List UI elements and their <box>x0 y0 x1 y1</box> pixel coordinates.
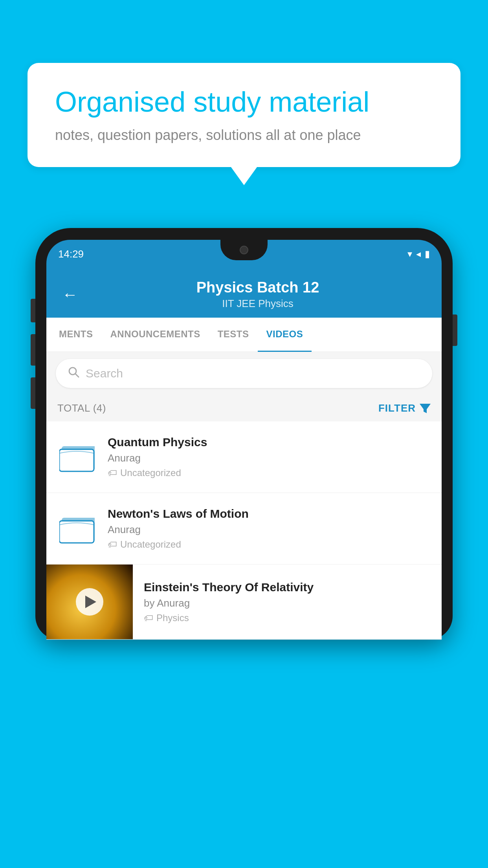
status-time: 14:29 <box>58 248 84 260</box>
search-bar[interactable]: Search <box>56 359 432 388</box>
speech-bubble-heading: Organised study material <box>55 86 433 118</box>
total-count: TOTAL (4) <box>57 402 106 414</box>
play-icon <box>85 596 96 608</box>
list-item[interactable]: Newton's Laws of Motion Anurag 🏷 Uncateg… <box>46 493 442 565</box>
tabs-bar: MENTS ANNOUNCEMENTS TESTS VIDEOS <box>46 318 442 352</box>
video-title: Newton's Laws of Motion <box>108 507 431 520</box>
status-bar: 14:29 ▾ ◂ ▮ <box>46 240 442 268</box>
video-tag: 🏷 Uncategorized <box>108 539 431 550</box>
video-author: Anurag <box>108 524 431 536</box>
video-thumbnail <box>46 565 133 639</box>
folder-icon-container <box>57 509 97 548</box>
batch-title: Physics Batch 12 <box>90 279 426 296</box>
search-container: Search <box>46 352 442 395</box>
batch-subtitle: IIT JEE Physics <box>90 298 426 310</box>
power-button <box>453 314 457 346</box>
folder-icon <box>59 441 95 473</box>
search-icon <box>68 366 79 381</box>
back-button[interactable]: ← <box>62 286 78 303</box>
signal-icon: ◂ <box>416 248 421 259</box>
header-title-block: Physics Batch 12 IIT JEE Physics <box>90 279 426 310</box>
video-title: Quantum Physics <box>108 436 431 449</box>
folder-icon-container <box>57 438 97 477</box>
video-tag: 🏷 Uncategorized <box>108 467 431 478</box>
wifi-icon: ▾ <box>407 248 412 259</box>
video-tag: 🏷 Physics <box>144 612 431 623</box>
list-item[interactable]: Einstein's Theory Of Relativity by Anura… <box>46 565 442 640</box>
video-title: Einstein's Theory Of Relativity <box>144 581 431 594</box>
speech-bubble-container: Organised study material notes, question… <box>28 63 460 167</box>
phone-mockup: 14:29 ▾ ◂ ▮ ← Physics Batch 12 IIT JEE P… <box>35 228 453 868</box>
tag-icon: 🏷 <box>108 539 117 550</box>
tab-videos[interactable]: VIDEOS <box>258 318 312 352</box>
tag-label: Physics <box>156 612 189 623</box>
phone-outer: 14:29 ▾ ◂ ▮ ← Physics Batch 12 IIT JEE P… <box>35 228 453 640</box>
tab-announcements[interactable]: ANNOUNCEMENTS <box>102 318 209 352</box>
video-author: Anurag <box>108 452 431 464</box>
search-placeholder: Search <box>86 367 123 380</box>
play-button[interactable] <box>76 588 103 616</box>
folder-icon <box>59 513 95 544</box>
volume-up-button <box>31 334 35 366</box>
video-info: Quantum Physics Anurag 🏷 Uncategorized <box>108 436 431 478</box>
phone-screen: ← Physics Batch 12 IIT JEE Physics MENTS… <box>46 268 442 640</box>
list-item[interactable]: Quantum Physics Anurag 🏷 Uncategorized <box>46 421 442 493</box>
video-info: Einstein's Theory Of Relativity by Anura… <box>144 570 431 634</box>
tab-tests[interactable]: TESTS <box>209 318 258 352</box>
notch <box>220 240 268 260</box>
speech-bubble-subtext: notes, question papers, solutions all at… <box>55 127 433 143</box>
tag-label: Uncategorized <box>120 467 181 478</box>
tag-icon: 🏷 <box>144 612 153 623</box>
svg-marker-2 <box>420 404 431 413</box>
filter-funnel-icon <box>420 404 431 413</box>
video-list: Quantum Physics Anurag 🏷 Uncategorized <box>46 421 442 640</box>
battery-icon: ▮ <box>425 248 430 259</box>
volume-silent-button <box>31 299 35 322</box>
camera <box>240 246 248 254</box>
volume-down-button <box>31 377 35 409</box>
filter-button[interactable]: FILTER <box>378 402 431 414</box>
app-header: ← Physics Batch 12 IIT JEE Physics <box>46 268 442 318</box>
tab-ments[interactable]: MENTS <box>50 318 102 352</box>
video-author: by Anurag <box>144 597 431 609</box>
svg-line-1 <box>75 374 79 377</box>
filter-bar: TOTAL (4) FILTER <box>46 395 442 421</box>
tag-icon: 🏷 <box>108 467 117 478</box>
speech-bubble: Organised study material notes, question… <box>28 63 460 167</box>
filter-label: FILTER <box>378 402 416 414</box>
video-info: Newton's Laws of Motion Anurag 🏷 Uncateg… <box>108 507 431 550</box>
status-icons: ▾ ◂ ▮ <box>407 248 430 259</box>
tag-label: Uncategorized <box>120 539 181 550</box>
